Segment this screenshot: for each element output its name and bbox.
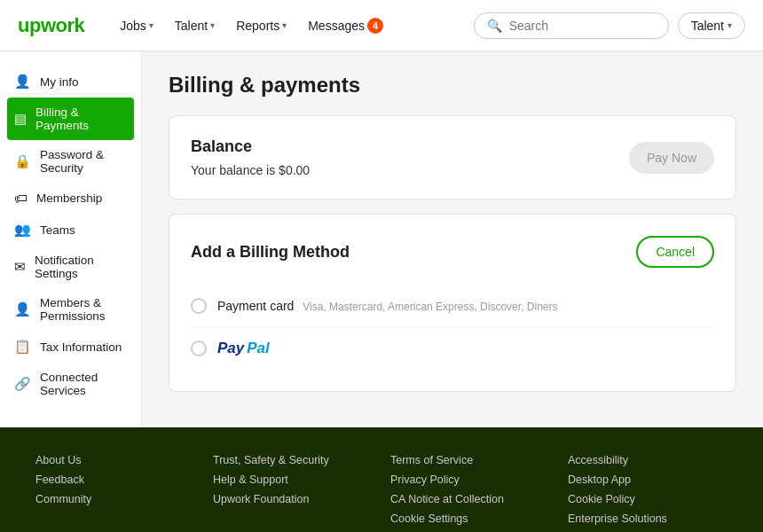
members-icon: 👤 <box>14 301 31 317</box>
radio-card[interactable] <box>191 298 207 314</box>
sidebar-item-tax-information[interactable]: 📋 Tax Information <box>0 331 141 363</box>
paypal-logo: PayPal <box>217 340 270 357</box>
logo-text: upwork <box>18 14 84 37</box>
footer-col-4: Accessibility Desktop App Cookie Policy … <box>568 454 728 525</box>
document-icon: 📋 <box>14 339 31 355</box>
add-billing-header: Add a Billing Method Cancel <box>191 236 714 268</box>
search-bar[interactable]: 🔍 <box>474 12 669 39</box>
add-billing-card: Add a Billing Method Cancel Payment card… <box>169 214 736 392</box>
nav-messages-label: Messages <box>308 19 365 33</box>
balance-card: Balance Your balance is $0.00 Pay Now <box>169 115 736 200</box>
sidebar-item-password-security[interactable]: 🔒 Password & Security <box>0 140 141 183</box>
footer-link-terms[interactable]: Terms of Service <box>390 454 550 466</box>
lock-icon: 🔒 <box>14 153 31 169</box>
footer-link-trust[interactable]: Trust, Safety & Security <box>213 454 373 466</box>
chevron-down-icon: ▾ <box>282 20 287 30</box>
nav-talent[interactable]: Talent ▾ <box>166 13 224 38</box>
teams-icon: 👥 <box>14 222 31 238</box>
sidebar-item-connected-services[interactable]: 🔗 Connected Services <box>0 363 141 405</box>
add-billing-title: Add a Billing Method <box>191 243 350 262</box>
balance-title: Balance <box>191 137 310 156</box>
footer-col-3: Terms of Service Privacy Policy CA Notic… <box>390 454 550 525</box>
main-container: 👤 My info ▤ Billing & Payments 🔒 Passwor… <box>0 51 763 427</box>
sidebar-teams-label: Teams <box>40 223 75 237</box>
footer-link-enterprise[interactable]: Enterprise Solutions <box>568 512 728 525</box>
footer-link-cookie-policy[interactable]: Cookie Policy <box>568 493 728 505</box>
balance-info: Balance Your balance is $0.00 <box>191 137 310 177</box>
footer-link-foundation[interactable]: Upwork Foundation <box>213 493 373 505</box>
footer: About Us Feedback Community Trust, Safet… <box>0 427 763 532</box>
sidebar-item-billing-payments[interactable]: ▤ Billing & Payments <box>7 98 134 140</box>
balance-amount: Your balance is $0.00 <box>191 163 310 177</box>
chevron-down-icon: ▾ <box>210 20 215 30</box>
header-right: 🔍 Talent ▾ <box>474 12 745 39</box>
radio-paypal[interactable] <box>191 340 207 356</box>
footer-link-feedback[interactable]: Feedback <box>35 473 195 486</box>
payment-option-card[interactable]: Payment card Visa, Mastercard, American … <box>191 286 714 327</box>
balance-row: Balance Your balance is $0.00 Pay Now <box>191 137 714 177</box>
footer-col-1: About Us Feedback Community <box>35 454 195 525</box>
main-nav: Jobs ▾ Talent ▾ Reports ▾ Messages 4 <box>111 12 392 39</box>
nav-jobs-label: Jobs <box>120 19 146 33</box>
payment-card-sub: Visa, Mastercard, American Express, Disc… <box>303 301 557 313</box>
payment-card-label: Payment card <box>217 299 294 313</box>
sidebar-item-teams[interactable]: 👥 Teams <box>0 214 141 246</box>
sidebar-item-notification-settings[interactable]: ✉ Notification Settings <box>0 246 141 288</box>
footer-link-help[interactable]: Help & Support <box>213 473 373 486</box>
footer-link-cookie-settings[interactable]: Cookie Settings <box>390 512 550 525</box>
footer-link-privacy[interactable]: Privacy Policy <box>390 473 550 486</box>
sidebar-tax-label: Tax Information <box>40 340 122 354</box>
logo[interactable]: upwork <box>18 14 84 37</box>
tag-icon: 🏷 <box>14 191 28 206</box>
nav-talent-label: Talent <box>175 19 208 33</box>
page-title: Billing & payments <box>169 73 736 98</box>
footer-col-2: Trust, Safety & Security Help & Support … <box>213 454 373 525</box>
talent-btn-label: Talent <box>691 19 724 33</box>
search-icon: 🔍 <box>487 19 502 33</box>
main-content: Billing & payments Balance Your balance … <box>142 51 763 427</box>
footer-link-desktop[interactable]: Desktop App <box>568 473 728 486</box>
paypal-logo-text2: Pal <box>247 340 270 357</box>
mail-icon: ✉ <box>14 259 26 275</box>
sidebar-item-my-info[interactable]: 👤 My info <box>0 66 141 98</box>
sidebar-membership-label: Membership <box>36 192 102 205</box>
chevron-down-icon: ▾ <box>728 20 732 30</box>
credit-card-icon: ▤ <box>14 111 27 127</box>
footer-grid: About Us Feedback Community Trust, Safet… <box>35 454 728 525</box>
footer-link-community[interactable]: Community <box>35 493 195 505</box>
nav-reports-label: Reports <box>236 19 279 33</box>
nav-messages[interactable]: Messages 4 <box>299 12 392 39</box>
sidebar-my-info-label: My info <box>40 75 79 89</box>
link-icon: 🔗 <box>14 376 31 392</box>
sidebar-billing-label: Billing & Payments <box>35 106 127 132</box>
messages-badge-count: 4 <box>367 18 383 34</box>
search-input[interactable] <box>509 19 656 33</box>
pay-now-button[interactable]: Pay Now <box>629 142 714 174</box>
chevron-down-icon: ▾ <box>149 20 153 30</box>
footer-link-accessibility[interactable]: Accessibility <box>568 454 728 466</box>
payment-option-paypal[interactable]: PayPal <box>191 327 714 370</box>
footer-link-ca-notice[interactable]: CA Notice at Collection <box>390 493 550 505</box>
sidebar-connected-label: Connected Services <box>40 371 127 397</box>
cancel-button[interactable]: Cancel <box>636 236 714 268</box>
sidebar-members-label: Members & Permissions <box>40 296 127 323</box>
paypal-logo-text: Pay <box>217 340 244 357</box>
sidebar-item-membership[interactable]: 🏷 Membership <box>0 183 141 214</box>
person-icon: 👤 <box>14 74 31 90</box>
payment-card-info: Payment card Visa, Mastercard, American … <box>217 299 557 313</box>
nav-reports[interactable]: Reports ▾ <box>227 13 295 38</box>
sidebar-password-label: Password & Security <box>40 148 127 175</box>
sidebar: 👤 My info ▤ Billing & Payments 🔒 Passwor… <box>0 51 142 427</box>
sidebar-item-members-permissions[interactable]: 👤 Members & Permissions <box>0 288 141 331</box>
footer-link-about[interactable]: About Us <box>35 454 195 466</box>
nav-jobs[interactable]: Jobs ▾ <box>111 13 162 38</box>
header: upwork Jobs ▾ Talent ▾ Reports ▾ Message… <box>0 0 763 51</box>
talent-dropdown-button[interactable]: Talent ▾ <box>678 12 745 39</box>
sidebar-notification-label: Notification Settings <box>35 254 127 280</box>
